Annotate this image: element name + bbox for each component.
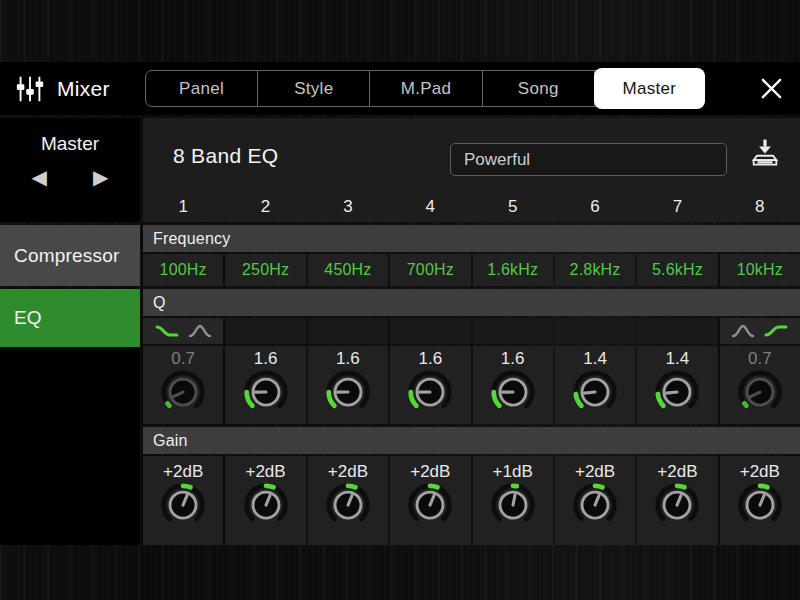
tab-panel[interactable]: Panel [146, 71, 258, 106]
q-knob[interactable] [319, 368, 377, 420]
page-title: Mixer [57, 77, 110, 101]
q-cell: 1.4 [555, 346, 635, 424]
gain-knob[interactable] [484, 481, 542, 533]
band-number: 4 [390, 192, 470, 222]
frequency-value-cell[interactable]: 700Hz [390, 254, 470, 286]
close-button[interactable] [759, 76, 784, 101]
gain-cell: +2dB [225, 456, 305, 545]
gain-knob[interactable] [401, 481, 459, 533]
gain-knob[interactable] [566, 481, 624, 533]
q-knob[interactable] [566, 368, 624, 420]
gain-value: +2dB [657, 459, 697, 481]
q-knob[interactable] [154, 368, 212, 420]
frequency-value-cell[interactable]: 450Hz [308, 254, 388, 286]
q-value: 1.4 [583, 346, 607, 368]
q-value: 1.6 [254, 346, 278, 368]
q-value: 0.7 [171, 346, 195, 368]
q-knob[interactable] [237, 368, 295, 420]
tab-song[interactable]: Song [483, 71, 595, 106]
frequency-value: 250Hz [242, 261, 289, 279]
frequency-row-header: Frequency [143, 225, 800, 252]
gain-value: +2dB [245, 459, 285, 481]
peak-icon[interactable] [730, 323, 756, 339]
frequency-value-cell[interactable]: 250Hz [225, 254, 305, 286]
title-bar: Mixer PanelStyleM.PadSongMaster [0, 62, 800, 115]
gain-cell: +2dB [390, 456, 470, 545]
q-value: 1.6 [501, 346, 525, 368]
frequency-value: 10kHz [737, 261, 783, 279]
gain-knob[interactable] [237, 481, 295, 533]
app-brand: Mixer [0, 74, 145, 104]
gain-knob[interactable] [319, 481, 377, 533]
frequency-value: 100Hz [160, 261, 207, 279]
q-cell: 0.7 [143, 346, 223, 424]
gain-knob[interactable] [731, 481, 789, 533]
gain-value: +2dB [740, 459, 780, 481]
eq-title: 8 Band EQ [173, 144, 278, 168]
sidebar-item-eq[interactable]: EQ [0, 289, 140, 347]
filter-type-spacer [390, 318, 470, 344]
filter-type-selector[interactable] [720, 318, 800, 344]
frequency-value: 5.6kHz [652, 261, 703, 279]
sidebar-item-compressor[interactable]: Compressor [0, 225, 140, 286]
part-selector: Master ◀ ▶ [0, 118, 140, 222]
gain-cell: +1dB [473, 456, 553, 545]
preset-selector[interactable]: Powerful [450, 143, 727, 176]
band-number: 7 [637, 192, 717, 222]
left-arrow-icon[interactable]: ◀ [32, 167, 47, 187]
q-knob[interactable] [648, 368, 706, 420]
q-knob[interactable] [401, 368, 459, 420]
gain-value: +2dB [163, 459, 203, 481]
filter-type-row [143, 318, 800, 344]
frequency-value: 2.8kHz [570, 261, 621, 279]
frequency-value-cell[interactable]: 1.6kHz [473, 254, 553, 286]
gain-knob[interactable] [154, 481, 212, 533]
sidebar: Master ◀ ▶ Compressor EQ [0, 118, 140, 545]
band-number: 8 [720, 192, 800, 222]
part-name: Master [0, 118, 140, 155]
gain-cell: +2dB [720, 456, 800, 545]
filter-type-spacer [637, 318, 717, 344]
peak-icon[interactable] [187, 323, 213, 339]
frequency-value-cell[interactable]: 100Hz [143, 254, 223, 286]
low-shelf-icon[interactable] [154, 323, 180, 339]
gain-value: +1dB [493, 459, 533, 481]
filter-type-selector[interactable] [143, 318, 223, 344]
gain-row-header: Gain [143, 427, 800, 454]
filter-type-spacer [555, 318, 635, 344]
tab-master[interactable]: Master [594, 68, 705, 109]
filter-type-spacer [473, 318, 553, 344]
q-value: 1.6 [336, 346, 360, 368]
high-shelf-icon[interactable] [763, 323, 789, 339]
gain-cell: +2dB [143, 456, 223, 545]
gain-row: +2dB+2dB+2dB+2dB+1dB+2dB+2dB+2dB [143, 456, 800, 545]
sidebar-spacer [0, 347, 140, 545]
gain-cell: +2dB [308, 456, 388, 545]
eq-panel: 8 Band EQ Powerful 12345678 Frequency 10 [143, 118, 800, 545]
filter-type-spacer [225, 318, 305, 344]
frequency-value-cell[interactable]: 10kHz [720, 254, 800, 286]
q-value: 0.7 [748, 346, 772, 368]
close-icon [759, 76, 784, 101]
save-preset-button[interactable] [751, 138, 779, 170]
q-value: 1.4 [666, 346, 690, 368]
gain-cell: +2dB [555, 456, 635, 545]
q-knob[interactable] [484, 368, 542, 420]
q-cell: 1.6 [225, 346, 305, 424]
gain-knob[interactable] [648, 481, 706, 533]
frequency-row: 100Hz250Hz450Hz700Hz1.6kHz2.8kHz5.6kHz10… [143, 254, 800, 286]
frequency-value-cell[interactable]: 2.8kHz [555, 254, 635, 286]
band-number: 3 [308, 192, 388, 222]
frequency-value-cell[interactable]: 5.6kHz [637, 254, 717, 286]
tab-style[interactable]: Style [258, 71, 370, 106]
frequency-value: 450Hz [324, 261, 371, 279]
frequency-value: 700Hz [407, 261, 454, 279]
tab-mpad[interactable]: M.Pad [370, 71, 482, 106]
gain-value: +2dB [575, 459, 615, 481]
q-knob[interactable] [731, 368, 789, 420]
q-row-header: Q [143, 289, 800, 316]
gain-value: +2dB [328, 459, 368, 481]
band-number: 5 [473, 192, 553, 222]
gain-cell: +2dB [637, 456, 717, 545]
right-arrow-icon[interactable]: ▶ [93, 167, 108, 187]
